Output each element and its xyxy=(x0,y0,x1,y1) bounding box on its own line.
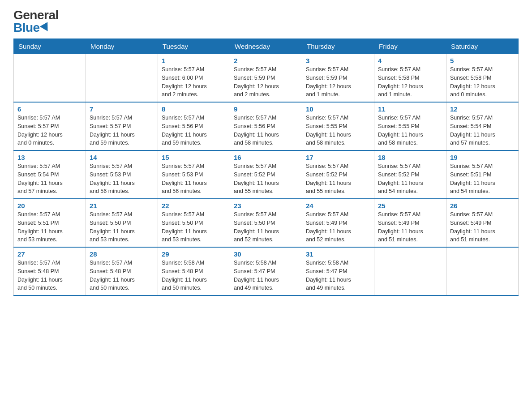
calendar-week-row: 1Sunrise: 5:57 AMSunset: 6:00 PMDaylight… xyxy=(14,54,519,103)
day-info: Sunrise: 5:57 AMSunset: 5:57 PMDaylight:… xyxy=(90,114,154,147)
day-number: 8 xyxy=(162,105,226,113)
calendar-cell: 4Sunrise: 5:57 AMSunset: 5:58 PMDaylight… xyxy=(374,54,446,103)
calendar-header-row: SundayMondayTuesdayWednesdayThursdayFrid… xyxy=(14,39,519,54)
day-number: 23 xyxy=(234,202,298,210)
day-info: Sunrise: 5:57 AMSunset: 5:54 PMDaylight:… xyxy=(17,162,82,196)
calendar-cell: 25Sunrise: 5:57 AMSunset: 5:49 PMDayligh… xyxy=(374,199,446,247)
day-number: 27 xyxy=(17,250,82,258)
calendar-cell: 8Sunrise: 5:57 AMSunset: 5:56 PMDaylight… xyxy=(158,102,230,150)
day-number: 24 xyxy=(306,202,370,210)
calendar-cell: 1Sunrise: 5:57 AMSunset: 6:00 PMDaylight… xyxy=(158,54,230,103)
day-number: 29 xyxy=(162,250,226,258)
weekday-header-sunday: Sunday xyxy=(14,39,86,54)
day-number: 20 xyxy=(17,202,82,210)
day-number: 21 xyxy=(90,202,154,210)
calendar-cell: 6Sunrise: 5:57 AMSunset: 5:57 PMDaylight… xyxy=(14,102,86,150)
weekday-header-monday: Monday xyxy=(86,39,158,54)
day-number: 10 xyxy=(306,105,370,113)
calendar-cell: 3Sunrise: 5:57 AMSunset: 5:59 PMDaylight… xyxy=(302,54,374,103)
day-number: 26 xyxy=(450,202,515,210)
day-number: 7 xyxy=(90,105,154,113)
day-info: Sunrise: 5:57 AMSunset: 5:54 PMDaylight:… xyxy=(450,114,515,147)
day-info: Sunrise: 5:57 AMSunset: 5:50 PMDaylight:… xyxy=(234,210,298,244)
day-number: 12 xyxy=(450,105,515,113)
day-number: 16 xyxy=(234,154,298,161)
logo: General Blue xyxy=(13,9,59,34)
day-info: Sunrise: 5:58 AMSunset: 5:47 PMDaylight:… xyxy=(234,259,298,292)
calendar-week-row: 6Sunrise: 5:57 AMSunset: 5:57 PMDaylight… xyxy=(14,102,519,150)
day-info: Sunrise: 5:57 AMSunset: 5:49 PMDaylight:… xyxy=(450,210,515,244)
day-number: 14 xyxy=(90,154,154,161)
calendar-cell: 30Sunrise: 5:58 AMSunset: 5:47 PMDayligh… xyxy=(230,247,302,295)
day-info: Sunrise: 5:58 AMSunset: 5:47 PMDaylight:… xyxy=(306,259,370,292)
calendar-cell: 15Sunrise: 5:57 AMSunset: 5:53 PMDayligh… xyxy=(158,150,230,199)
calendar-cell: 17Sunrise: 5:57 AMSunset: 5:52 PMDayligh… xyxy=(302,150,374,199)
calendar-cell: 19Sunrise: 5:57 AMSunset: 5:51 PMDayligh… xyxy=(446,150,519,199)
calendar-cell: 21Sunrise: 5:57 AMSunset: 5:50 PMDayligh… xyxy=(86,199,158,247)
day-info: Sunrise: 5:57 AMSunset: 5:58 PMDaylight:… xyxy=(378,65,442,99)
day-number: 13 xyxy=(17,154,82,161)
calendar-cell: 27Sunrise: 5:57 AMSunset: 5:48 PMDayligh… xyxy=(14,247,86,295)
calendar-cell: 28Sunrise: 5:57 AMSunset: 5:48 PMDayligh… xyxy=(86,247,158,295)
calendar-cell: 20Sunrise: 5:57 AMSunset: 5:51 PMDayligh… xyxy=(14,199,86,247)
day-info: Sunrise: 5:57 AMSunset: 5:55 PMDaylight:… xyxy=(306,114,370,147)
calendar-cell: 13Sunrise: 5:57 AMSunset: 5:54 PMDayligh… xyxy=(14,150,86,199)
day-number: 5 xyxy=(450,57,515,64)
weekday-header-saturday: Saturday xyxy=(446,39,519,54)
logo-blue-text: Blue xyxy=(13,21,50,34)
calendar-cell: 29Sunrise: 5:58 AMSunset: 5:48 PMDayligh… xyxy=(158,247,230,295)
day-info: Sunrise: 5:57 AMSunset: 5:51 PMDaylight:… xyxy=(17,210,82,244)
day-info: Sunrise: 5:57 AMSunset: 5:53 PMDaylight:… xyxy=(162,162,226,196)
calendar-cell xyxy=(446,247,519,295)
day-number: 15 xyxy=(162,154,226,161)
day-info: Sunrise: 5:57 AMSunset: 5:52 PMDaylight:… xyxy=(234,162,298,196)
day-number: 28 xyxy=(90,250,154,258)
day-info: Sunrise: 5:57 AMSunset: 5:57 PMDaylight:… xyxy=(17,114,82,147)
calendar-cell: 5Sunrise: 5:57 AMSunset: 5:58 PMDaylight… xyxy=(446,54,519,103)
day-info: Sunrise: 5:57 AMSunset: 5:52 PMDaylight:… xyxy=(378,162,442,196)
day-number: 31 xyxy=(306,250,370,258)
calendar-cell: 18Sunrise: 5:57 AMSunset: 5:52 PMDayligh… xyxy=(374,150,446,199)
day-info: Sunrise: 5:57 AMSunset: 5:53 PMDaylight:… xyxy=(90,162,154,196)
day-number: 17 xyxy=(306,154,370,161)
day-info: Sunrise: 5:57 AMSunset: 5:56 PMDaylight:… xyxy=(162,114,226,147)
day-info: Sunrise: 5:57 AMSunset: 5:56 PMDaylight:… xyxy=(234,114,298,147)
calendar-cell: 22Sunrise: 5:57 AMSunset: 5:50 PMDayligh… xyxy=(158,199,230,247)
calendar-cell: 26Sunrise: 5:57 AMSunset: 5:49 PMDayligh… xyxy=(446,199,519,247)
day-info: Sunrise: 5:57 AMSunset: 5:52 PMDaylight:… xyxy=(306,162,370,196)
weekday-header-friday: Friday xyxy=(374,39,446,54)
calendar-cell: 12Sunrise: 5:57 AMSunset: 5:54 PMDayligh… xyxy=(446,102,519,150)
day-number: 11 xyxy=(378,105,442,113)
day-number: 3 xyxy=(306,57,370,64)
day-info: Sunrise: 5:57 AMSunset: 5:49 PMDaylight:… xyxy=(378,210,442,244)
day-info: Sunrise: 5:57 AMSunset: 6:00 PMDaylight:… xyxy=(162,65,226,99)
day-number: 19 xyxy=(450,154,515,161)
day-info: Sunrise: 5:57 AMSunset: 5:59 PMDaylight:… xyxy=(234,65,298,99)
weekday-header-tuesday: Tuesday xyxy=(158,39,230,54)
calendar-week-row: 27Sunrise: 5:57 AMSunset: 5:48 PMDayligh… xyxy=(14,247,519,295)
day-info: Sunrise: 5:57 AMSunset: 5:51 PMDaylight:… xyxy=(450,162,515,196)
calendar-cell xyxy=(14,54,86,103)
calendar-cell: 24Sunrise: 5:57 AMSunset: 5:49 PMDayligh… xyxy=(302,199,374,247)
calendar-cell: 2Sunrise: 5:57 AMSunset: 5:59 PMDaylight… xyxy=(230,54,302,103)
calendar-cell: 23Sunrise: 5:57 AMSunset: 5:50 PMDayligh… xyxy=(230,199,302,247)
day-number: 22 xyxy=(162,202,226,210)
page-header: General Blue xyxy=(13,9,519,34)
calendar-cell: 16Sunrise: 5:57 AMSunset: 5:52 PMDayligh… xyxy=(230,150,302,199)
calendar-cell: 7Sunrise: 5:57 AMSunset: 5:57 PMDaylight… xyxy=(86,102,158,150)
day-number: 30 xyxy=(234,250,298,258)
day-number: 6 xyxy=(17,105,82,113)
calendar-cell: 11Sunrise: 5:57 AMSunset: 5:55 PMDayligh… xyxy=(374,102,446,150)
calendar-cell: 9Sunrise: 5:57 AMSunset: 5:56 PMDaylight… xyxy=(230,102,302,150)
calendar-cell xyxy=(374,247,446,295)
logo-triangle-icon xyxy=(40,22,51,34)
day-info: Sunrise: 5:58 AMSunset: 5:48 PMDaylight:… xyxy=(162,259,226,292)
day-info: Sunrise: 5:57 AMSunset: 5:50 PMDaylight:… xyxy=(162,210,226,244)
day-info: Sunrise: 5:57 AMSunset: 5:55 PMDaylight:… xyxy=(378,114,442,147)
calendar-week-row: 20Sunrise: 5:57 AMSunset: 5:51 PMDayligh… xyxy=(14,199,519,247)
day-info: Sunrise: 5:57 AMSunset: 5:49 PMDaylight:… xyxy=(306,210,370,244)
day-info: Sunrise: 5:57 AMSunset: 5:48 PMDaylight:… xyxy=(90,259,154,292)
day-info: Sunrise: 5:57 AMSunset: 5:48 PMDaylight:… xyxy=(17,259,82,292)
calendar-table: SundayMondayTuesdayWednesdayThursdayFrid… xyxy=(13,39,519,296)
calendar-cell xyxy=(86,54,158,103)
